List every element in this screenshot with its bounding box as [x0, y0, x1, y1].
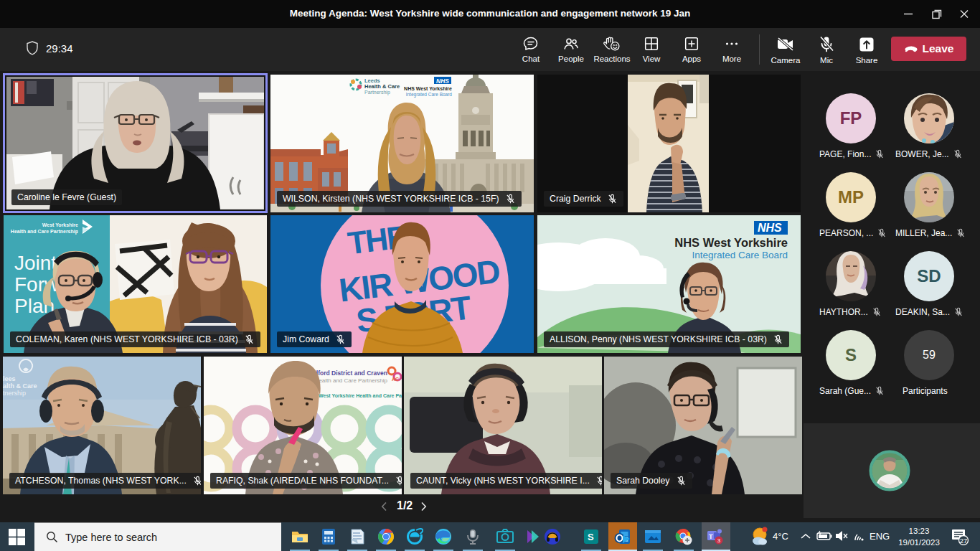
svg-text:alth & Care: alth & Care — [3, 382, 37, 390]
svg-text:27: 27 — [960, 537, 968, 545]
svg-text:Forw: Forw — [14, 273, 60, 296]
svg-text:3: 3 — [717, 537, 721, 544]
svg-text:S: S — [588, 532, 594, 542]
svg-text:AC: AC — [392, 377, 399, 382]
svg-text:NHS: NHS — [436, 77, 449, 85]
svg-text:NHS West Yorkshire: NHS West Yorkshire — [674, 236, 788, 249]
svg-text:Partnership: Partnership — [364, 90, 390, 95]
svg-text:lees: lees — [3, 375, 16, 382]
svg-text:NHS West Yorkshire: NHS West Yorkshire — [404, 86, 452, 91]
svg-text:tnership: tnership — [3, 390, 26, 397]
svg-text:West Yorkshire: West Yorkshire — [42, 222, 78, 227]
svg-text:T: T — [709, 533, 713, 540]
svg-text:Health & Care: Health & Care — [364, 83, 400, 90]
svg-text:Health and Care Partnership: Health and Care Partnership — [315, 377, 388, 384]
svg-text:Health and Care Partnership: Health and Care Partnership — [11, 229, 78, 235]
svg-text:Integrated Care Board: Integrated Care Board — [406, 92, 453, 98]
svg-text:Integrated Care Board: Integrated Care Board — [692, 250, 788, 260]
svg-text:NHS: NHS — [758, 222, 782, 234]
svg-text:Joint: Joint — [14, 252, 57, 274]
